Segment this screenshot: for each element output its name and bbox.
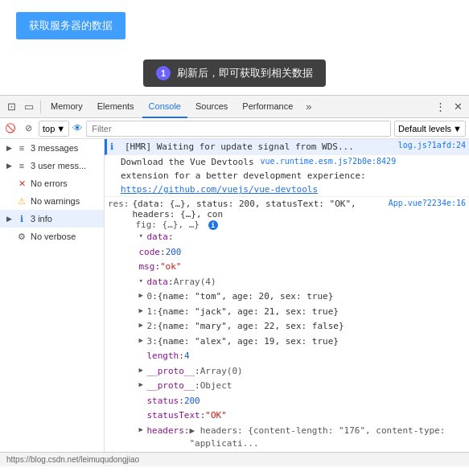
- status-value: 200: [184, 395, 200, 408]
- array-item-3[interactable]: ▶ 3: {name: "alex", age: 19, sex: true}: [133, 334, 467, 350]
- headers-key: headers: [147, 425, 184, 438]
- vue-text-2: extension for a better development exper…: [121, 170, 366, 181]
- info-icon: ℹ: [16, 213, 27, 224]
- tab-performance[interactable]: Performance: [236, 96, 299, 118]
- vue-source[interactable]: vue.runtime.esm.js?2b0e:8429: [261, 157, 397, 167]
- item0-chevron: ▶: [139, 290, 147, 302]
- msg-line: msg: "ok": [133, 260, 467, 275]
- proto-array-chevron: ▶: [139, 365, 147, 376]
- status-text-line: statusText: "OK": [133, 408, 467, 424]
- array-item-0[interactable]: ▶ 0: {name: "tom", age: 20, sex: true}: [133, 289, 467, 305]
- sidebar-item-user-messages[interactable]: ▶ ≡ 3 user mess...: [0, 157, 104, 174]
- length-key: length: [147, 350, 179, 363]
- sidebar-item-info[interactable]: ▶ ℹ 3 info: [0, 210, 104, 228]
- status-text-value: "OK": [205, 409, 227, 423]
- item0-value: {name: "tom", age: 20, sex: true}: [158, 290, 334, 304]
- sidebar-messages-label: 3 messages: [31, 143, 78, 153]
- separator-1: [40, 101, 41, 113]
- vue-devtools-link[interactable]: https://github.com/vuejs/vue-devtools: [121, 184, 318, 195]
- status-line: status: 200: [133, 394, 467, 409]
- res-prefix: res:: [108, 199, 130, 209]
- item1-index: 1: [147, 306, 153, 319]
- length-line: length: 4: [133, 349, 467, 364]
- more-tabs-icon[interactable]: »: [301, 101, 316, 113]
- dropdown-chevron: ▼: [56, 124, 65, 133]
- array-meta: Array(4): [174, 276, 216, 289]
- proto-obj-key: __proto__: [147, 380, 195, 393]
- error-icon: ✕: [16, 178, 27, 189]
- tab-elements[interactable]: Elements: [91, 96, 141, 118]
- devtools-toolbar: ⊡ ▭ Memory Elements Console Sources Perf…: [0, 96, 469, 118]
- array-key: data: [147, 276, 169, 289]
- sidebar-verbose-label: No verbose: [31, 232, 76, 241]
- item2-index: 2: [147, 320, 153, 334]
- sidebar-warnings-label: No warnings: [31, 196, 80, 206]
- chevron-icon: ▶: [6, 144, 13, 152]
- chevron-icon-2: ▶: [6, 162, 13, 170]
- console-line-hmr: ℹ [HMR] Waiting for update signal from W…: [105, 139, 469, 155]
- notification-text: 刷新后，即可获取到相关数据: [177, 66, 313, 80]
- console-body: ▶ ≡ 3 messages ▶ ≡ 3 user mess... ▶ ✕ No…: [0, 139, 469, 452]
- context-dropdown[interactable]: top ▼: [39, 121, 69, 137]
- tab-sources[interactable]: Sources: [189, 96, 234, 118]
- console-output: ℹ [HMR] Waiting for update signal from W…: [105, 139, 469, 452]
- msg-value: "ok": [160, 261, 182, 274]
- info-icon-hmr: ℹ: [110, 141, 121, 152]
- res-obj-summary: {data: {…}, status: 200, statusText: "OK…: [133, 199, 385, 220]
- sidebar-item-errors[interactable]: ▶ ✕ No errors: [0, 174, 104, 192]
- hmr-source[interactable]: log.js?1afd:24: [398, 141, 466, 150]
- close-devtools-icon[interactable]: ✕: [450, 99, 466, 115]
- mobile-icon[interactable]: ▭: [21, 99, 37, 115]
- console-toolbar: 🚫 ⊘ top ▼ 👁 Default levels ▼: [0, 118, 469, 139]
- sidebar-item-messages[interactable]: ▶ ≡ 3 messages: [0, 139, 104, 157]
- tab-memory[interactable]: Memory: [44, 96, 89, 118]
- vue-text: Download the Vue Devtools: [121, 157, 254, 167]
- notification-bubble: 1 刷新后，即可获取到相关数据: [143, 60, 326, 87]
- gear-icon: ⚙: [16, 231, 27, 242]
- data-expand[interactable]: ▾ data:: [133, 230, 467, 245]
- dots-icon[interactable]: ⋮: [432, 99, 448, 115]
- data-chevron: ▾: [139, 231, 147, 242]
- inspect-icon[interactable]: ⊡: [3, 99, 19, 115]
- proto-array-key: __proto__: [147, 365, 195, 379]
- filter-icon[interactable]: ⊘: [21, 121, 35, 136]
- item3-value: {name: "alex", age: 19, sex: true}: [158, 335, 339, 349]
- levels-chevron: ▼: [453, 124, 462, 133]
- tab-console[interactable]: Console: [142, 96, 187, 118]
- proto-array-line[interactable]: ▶ __proto__: Array(0): [133, 364, 467, 380]
- item2-chevron: ▶: [139, 320, 147, 331]
- proto-obj-line[interactable]: ▶ __proto__: Object: [133, 379, 467, 394]
- sidebar-item-warnings[interactable]: ▶ ⚠ No warnings: [0, 192, 104, 210]
- console-sidebar: ▶ ≡ 3 messages ▶ ≡ 3 user mess... ▶ ✕ No…: [0, 139, 105, 452]
- filter-input[interactable]: [86, 121, 391, 137]
- devtools-panel: ⊡ ▭ Memory Elements Console Sources Perf…: [0, 95, 469, 466]
- proto-obj-chevron: ▶: [139, 380, 147, 391]
- res-source[interactable]: App.vue?2234e:16: [389, 199, 466, 207]
- proto-array-value: Array(0): [200, 365, 243, 379]
- array-item-2[interactable]: ▶ 2: {name: "mary", age: 22, sex: false}: [133, 319, 467, 334]
- clear-console-icon[interactable]: 🚫: [3, 121, 18, 136]
- proto-obj-value: Object: [200, 380, 232, 393]
- msg-key: msg: [139, 261, 155, 274]
- console-line-vue: Download the Vue Devtools vue.runtime.es…: [105, 155, 469, 197]
- sidebar-item-verbose[interactable]: ▶ ⚙ No verbose: [0, 228, 104, 245]
- sidebar-errors-label: No errors: [31, 178, 68, 188]
- data-array-expand[interactable]: ▾ data: Array(4): [133, 275, 467, 290]
- item3-index: 3: [147, 335, 153, 349]
- chevron-icon-3: ▶: [6, 215, 13, 223]
- res-continuation: fig: {…}, …} i: [133, 220, 467, 230]
- headers-line[interactable]: ▶ headers: ▶ headers: {content-length: "…: [133, 424, 467, 452]
- item1-chevron: ▶: [139, 306, 147, 317]
- list-icon-2: ≡: [16, 160, 27, 171]
- fetch-button[interactable]: 获取服务器的数据: [16, 12, 125, 39]
- headers-chevron: ▶: [139, 425, 147, 436]
- bubble-number: 1: [156, 66, 171, 80]
- default-levels-dropdown[interactable]: Default levels ▼: [394, 121, 466, 137]
- status-key: status: [147, 395, 179, 408]
- array-item-1[interactable]: ▶ 1: {name: "jack", age: 21, sex: true}: [133, 305, 467, 320]
- sidebar-info-label: 3 info: [31, 214, 52, 224]
- item3-chevron: ▶: [139, 335, 147, 347]
- eye-icon[interactable]: 👁: [72, 122, 83, 134]
- info-badge: i: [208, 220, 218, 230]
- console-line-res: res: {data: {…}, status: 200, statusText…: [105, 197, 469, 452]
